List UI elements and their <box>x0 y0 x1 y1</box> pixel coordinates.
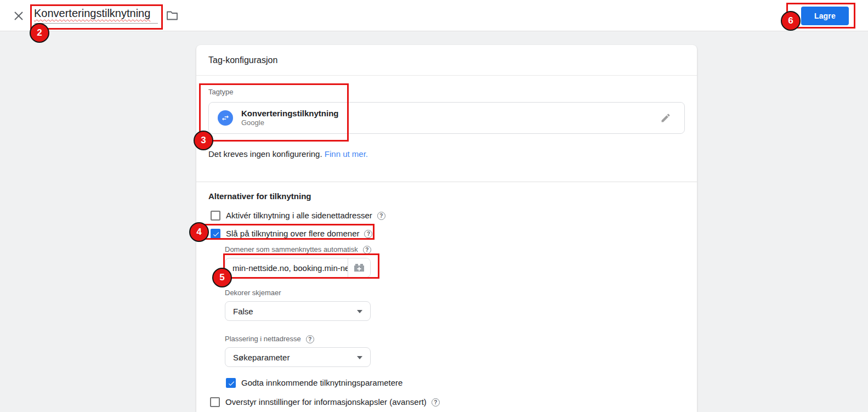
variable-brick-icon <box>353 263 365 273</box>
checkbox-override-cookies-label: Overstyr innstillinger for informasjonsk… <box>225 397 427 408</box>
checkbox-all-pages[interactable] <box>211 211 220 221</box>
tag-name-input[interactable]: Konverteringstilknytning <box>34 7 158 24</box>
checkbox-row-override-cookies: Overstyr innstillinger for informasjonsk… <box>210 397 685 408</box>
tag-configuration-card: Tag-konfigurasjon Tagtype Konverteringst… <box>196 45 697 412</box>
save-button[interactable]: Lagre <box>801 7 849 25</box>
url-position-label: Plassering i nettadresse <box>225 335 301 343</box>
tagtype-vendor: Google <box>241 118 339 127</box>
checkbox-row-accept-incoming: Godta innkommende tilknytningsparametere <box>226 377 685 388</box>
learn-more-link[interactable]: Finn ut mer. <box>325 149 368 159</box>
tag-name-value: Konverteringstilknytning <box>34 7 150 19</box>
auto-link-domains-value: min-nettside.no, booking.min-net <box>225 258 348 277</box>
edit-pencil-icon[interactable] <box>660 112 671 123</box>
options-heading: Alternativer for tilknytning <box>208 191 685 201</box>
config-note: Det kreves ingen konfigurering. Finn ut … <box>208 149 685 159</box>
chevron-down-icon <box>357 310 362 313</box>
auto-link-domains-input[interactable]: min-nettside.no, booking.min-net <box>225 258 371 278</box>
conversion-linker-icon <box>218 110 233 126</box>
checkbox-override-cookies[interactable] <box>210 397 220 407</box>
tagtype-selector[interactable]: Konverteringstilknytning Google <box>208 102 685 134</box>
checkbox-accept-incoming-label: Godta innkommende tilknytningsparametere <box>241 377 402 388</box>
checkbox-accept-incoming[interactable] <box>226 378 236 388</box>
tagtype-label: Tagtype <box>208 88 685 97</box>
checkbox-row-cross-domain: Slå på tilknytning over flere domener ? <box>211 228 685 239</box>
checkbox-all-pages-label: Aktivér tilknytning i alle sidenettadres… <box>226 210 372 221</box>
checkbox-cross-domain[interactable] <box>211 229 220 239</box>
insert-variable-button[interactable] <box>348 258 370 277</box>
close-icon[interactable] <box>13 10 24 21</box>
help-icon-url-position[interactable]: ? <box>306 335 314 343</box>
config-note-text: Det kreves ingen konfigurering. <box>208 149 322 159</box>
url-position-dropdown[interactable]: Søkeparameter <box>225 347 371 367</box>
decorate-forms-dropdown[interactable]: False <box>225 301 371 321</box>
top-bar: Konverteringstilknytning Lagre <box>0 0 868 31</box>
help-icon-override-cookies[interactable]: ? <box>432 398 440 407</box>
decorate-forms-label: Dekorer skjemaer <box>225 289 281 297</box>
card-title: Tag-konfigurasjon <box>196 45 697 76</box>
help-icon-auto-link[interactable]: ? <box>363 246 371 254</box>
folder-icon[interactable] <box>166 10 178 21</box>
decorate-forms-value: False <box>233 307 253 316</box>
help-icon-all-pages[interactable]: ? <box>377 212 385 220</box>
section-divider <box>196 182 697 182</box>
url-position-value: Søkeparameter <box>233 353 290 362</box>
tagtype-name: Konverteringstilknytning <box>241 109 339 118</box>
checkbox-cross-domain-label: Slå på tilknytning over flere domener <box>226 228 359 239</box>
help-icon-cross-domain[interactable]: ? <box>364 230 372 238</box>
chevron-down-icon <box>357 356 362 359</box>
auto-link-domains-label: Domener som sammenknyttes automatisk <box>225 245 358 254</box>
checkbox-row-all-pages: Aktivér tilknytning i alle sidenettadres… <box>211 210 685 221</box>
